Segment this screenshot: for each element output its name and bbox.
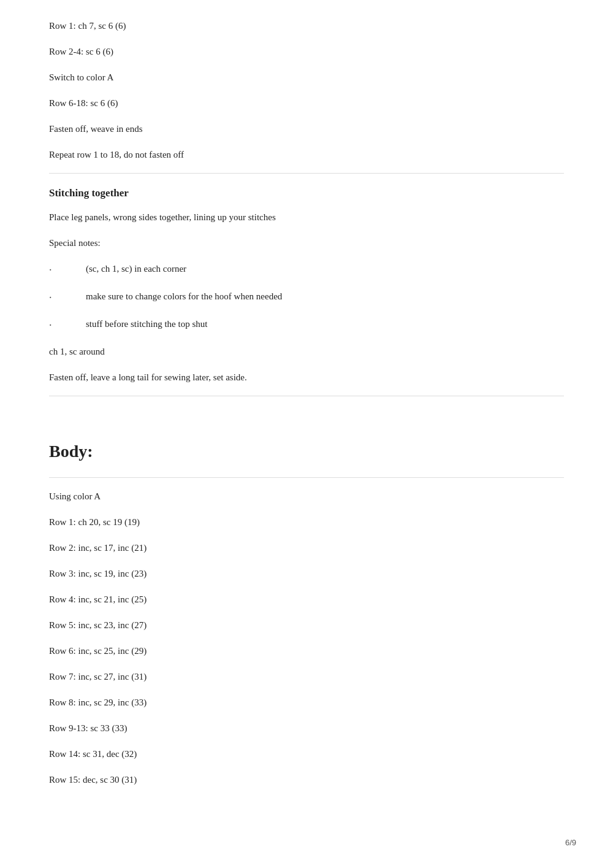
fasten-off-line: Fasten off, weave in ends — [49, 121, 564, 136]
row-6-18-text: Row 6-18: sc 6 (6) — [49, 98, 118, 108]
using-color-line: Using color A — [49, 489, 564, 504]
top-section: Row 1: ch 7, sc 6 (6) Row 2-4: sc 6 (6) … — [49, 18, 564, 413]
body-row-3: Row 3: inc, sc 19, inc (23) — [49, 566, 564, 581]
row-6-18-line: Row 6-18: sc 6 (6) — [49, 96, 564, 110]
page-number: 6/9 — [565, 837, 576, 850]
row-2-4-line: Row 2-4: sc 6 (6) — [49, 44, 564, 59]
body-row-9-13: Row 9-13: sc 33 (33) — [49, 721, 564, 735]
list-item: · make sure to change colors for the hoo… — [49, 289, 564, 307]
divider-1 — [49, 173, 564, 174]
fasten-off-text: Fasten off, weave in ends — [49, 124, 143, 134]
stitching-heading: Stitching together — [49, 185, 564, 201]
list-item: · (sc, ch 1, sc) in each corner — [49, 261, 564, 279]
bullet-dot-1: · — [49, 261, 86, 279]
bullet-text-3: stuff before stitching the top shut — [86, 317, 564, 331]
bullet-text-2: make sure to change colors for the hoof … — [86, 289, 564, 304]
body-row-8: Row 8: inc, sc 29, inc (33) — [49, 695, 564, 710]
row-1-line: Row 1: ch 7, sc 6 (6) — [49, 18, 564, 33]
switch-color-line: Switch to color A — [49, 70, 564, 85]
divider-2 — [49, 396, 564, 396]
body-row-6: Row 6: inc, sc 25, inc (29) — [49, 643, 564, 658]
repeat-row-text: Repeat row 1 to 18, do not fasten off — [49, 150, 184, 159]
body-heading: Body: — [49, 438, 564, 466]
stitching-intro: Place leg panels, wrong sides together, … — [49, 210, 564, 225]
ch-line: ch 1, sc around — [49, 344, 564, 359]
body-row-1: Row 1: ch 20, sc 19 (19) — [49, 515, 564, 529]
repeat-row-line: Repeat row 1 to 18, do not fasten off — [49, 147, 564, 162]
body-row-2: Row 2: inc, sc 17, inc (21) — [49, 540, 564, 555]
bullet-text-1: (sc, ch 1, sc) in each corner — [86, 261, 564, 276]
special-notes-label: Special notes: — [49, 236, 564, 250]
fasten-leave-line: Fasten off, leave a long tail for sewing… — [49, 370, 564, 385]
body-row-7: Row 7: inc, sc 27, inc (31) — [49, 669, 564, 684]
body-row-4: Row 4: inc, sc 21, inc (25) — [49, 592, 564, 607]
special-notes-list: · (sc, ch 1, sc) in each corner · make s… — [49, 261, 564, 334]
row-1-text: Row 1: ch 7, sc 6 (6) — [49, 21, 126, 31]
bullet-dot-3: · — [49, 317, 86, 334]
body-row-14: Row 14: sc 31, dec (32) — [49, 747, 564, 761]
body-row-15: Row 15: dec, sc 30 (31) — [49, 772, 564, 787]
body-section: Body: Using color A Row 1: ch 20, sc 19 … — [49, 438, 564, 788]
list-item: · stuff before stitching the top shut — [49, 317, 564, 334]
row-2-4-text: Row 2-4: sc 6 (6) — [49, 47, 113, 56]
divider-3 — [49, 477, 564, 478]
switch-color-text: Switch to color A — [49, 72, 113, 82]
bullet-dot-2: · — [49, 289, 86, 307]
body-row-5: Row 5: inc, sc 23, inc (27) — [49, 618, 564, 632]
